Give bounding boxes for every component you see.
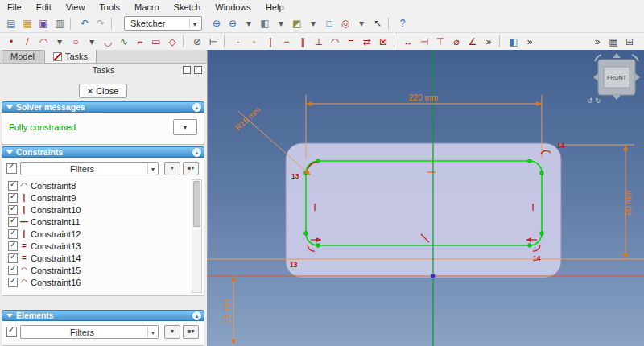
sketch-face[interactable] (286, 143, 561, 278)
toggle-grid-icon[interactable]: ▦ (605, 35, 621, 49)
create-circle-icon[interactable]: ○ (68, 35, 84, 49)
constraint-row[interactable]: | Constraint12 (5, 228, 190, 240)
menu-item[interactable]: File (0, 0, 29, 14)
create-rectangle-icon[interactable]: ▭ (148, 35, 164, 49)
elements-filter-dropdown[interactable]: Filters (20, 325, 159, 339)
solver-options-dropdown[interactable] (173, 119, 197, 135)
workbench-selector[interactable]: Sketcher (124, 16, 202, 31)
elements-options-button[interactable]: ■▾ (183, 325, 199, 339)
select-arrow-icon[interactable]: ↖ (369, 16, 386, 31)
trim-edge-icon[interactable]: ⊘ (189, 35, 205, 49)
dock-tab[interactable]: Model (2, 50, 43, 63)
constrain-horizontal-icon[interactable]: − (279, 35, 295, 49)
create-polyline-icon[interactable]: ⌐ (132, 35, 148, 49)
float-panel-icon[interactable] (183, 66, 191, 74)
dropdown-icon[interactable]: ▾ (84, 35, 100, 49)
constraint-row[interactable]: | Constraint10 (5, 204, 190, 216)
filter-checkbox[interactable] (6, 327, 17, 337)
collapse-section-icon[interactable] (192, 103, 201, 112)
create-bspline-icon[interactable]: ∿ (116, 35, 132, 49)
constrain-coincident-icon[interactable]: · (230, 35, 246, 49)
dropdown-icon[interactable]: ▾ (273, 16, 289, 31)
constrain-tangent-icon[interactable]: ◠ (327, 35, 343, 49)
dropdown-icon[interactable]: ▾ (52, 35, 68, 49)
constraint-checkbox[interactable] (8, 229, 18, 239)
dropdown-icon[interactable]: ▾ (305, 16, 321, 31)
vertex-point[interactable] (540, 232, 544, 236)
create-point-icon[interactable]: • (3, 35, 19, 49)
create-arc-icon[interactable]: ◠ (35, 35, 52, 49)
menu-item[interactable]: Tools (92, 0, 127, 14)
collapse-section-icon[interactable] (192, 311, 201, 320)
elements-header[interactable]: Elements (2, 310, 204, 321)
axonometric-view-icon[interactable]: ◩ (289, 16, 305, 31)
constrain-distance-x-icon[interactable]: ⊣ (416, 35, 432, 49)
undo-icon[interactable]: ↶ (76, 16, 93, 31)
elements-settings-button[interactable]: ▾ (164, 325, 180, 339)
toggle-construction-icon[interactable]: ◧ (506, 35, 522, 49)
dock-tab[interactable]: Tasks (44, 50, 97, 63)
redo-icon[interactable]: ↷ (93, 16, 109, 31)
constrain-angle-icon[interactable]: ∠ (464, 35, 481, 49)
3d-viewport[interactable]: 220 mm 90 mm R15 mm 15 mm (208, 50, 644, 346)
scrollbar-thumb[interactable] (193, 181, 200, 227)
dimension-radius[interactable]: R15 mm (233, 105, 311, 175)
measure-icon[interactable]: ◎ (337, 16, 353, 31)
dropdown-icon[interactable]: ▾ (241, 16, 257, 31)
fit-all-icon[interactable]: ⊕ (208, 16, 225, 31)
vertex-point[interactable] (540, 171, 544, 175)
overflow-chevron-icon[interactable]: » (522, 35, 538, 49)
whats-this-icon[interactable]: ? (394, 16, 411, 31)
new-document-icon[interactable]: ▤ (3, 16, 19, 31)
create-conic-icon[interactable]: ◡ (100, 35, 116, 49)
constraint-row[interactable]: | Constraint9 (5, 192, 190, 204)
draw-style-icon[interactable]: ◧ (257, 16, 273, 31)
create-polygon-icon[interactable]: ◇ (164, 35, 180, 49)
collapse-section-icon[interactable] (192, 148, 201, 157)
dimension-height[interactable]: 90 mm (559, 145, 634, 259)
constraint-row[interactable]: ◠ Constraint16 (5, 276, 190, 288)
constrain-block-icon[interactable]: ⊠ (375, 35, 391, 49)
menu-item[interactable]: Edit (29, 0, 59, 14)
constraint-checkbox[interactable] (8, 193, 18, 203)
toggle-snap-icon[interactable]: ⊞ (621, 35, 638, 49)
constraints-header[interactable]: Constraints (2, 146, 204, 158)
close-task-button[interactable]: Close (79, 84, 127, 98)
constrain-distance-icon[interactable]: ↔ (400, 35, 416, 49)
constraints-options-button[interactable]: ■▾ (183, 162, 199, 175)
overflow-chevron-icon[interactable]: » (589, 35, 605, 49)
filter-checkbox[interactable] (6, 163, 17, 174)
constraint-checkbox[interactable] (8, 217, 18, 227)
constraint-checkbox[interactable] (8, 241, 18, 251)
menu-item[interactable]: Help (258, 0, 291, 14)
rotate-cw-icon[interactable]: ↻ (595, 97, 601, 105)
navigation-cube[interactable]: FRONT ↺ ↻ (587, 53, 640, 105)
constrain-vertical-icon[interactable]: | (262, 35, 279, 49)
menu-item[interactable]: Windows (208, 0, 258, 14)
constraint-row[interactable]: — Constraint11 (5, 216, 190, 228)
constraint-checkbox[interactable] (8, 266, 18, 275)
constraint-row[interactable]: = Constraint13 (5, 240, 190, 252)
rotate-ccw-icon[interactable]: ↺ (587, 97, 593, 105)
extend-edge-icon[interactable]: ⊢ (205, 35, 221, 49)
open-document-icon[interactable]: ▦ (19, 16, 35, 31)
constraint-row[interactable]: ◠ Constraint8 (5, 179, 190, 192)
constraint-row[interactable]: ◠ Constraint15 (5, 264, 190, 276)
create-line-icon[interactable]: / (19, 35, 35, 49)
constrain-parallel-icon[interactable]: ∥ (295, 35, 311, 49)
overflow-chevron-icon[interactable]: » (481, 35, 497, 49)
close-panel-icon[interactable] (194, 66, 202, 74)
constrain-perpendicular-icon[interactable]: ⊥ (311, 35, 327, 49)
constraint-checkbox[interactable] (8, 205, 18, 215)
vertex-point[interactable] (304, 232, 308, 236)
constraints-scrollbar[interactable] (192, 179, 202, 293)
save-icon[interactable]: ▣ (35, 16, 52, 31)
vertex-point[interactable] (528, 159, 532, 163)
solver-messages-header[interactable]: Solver messages (2, 101, 204, 113)
view-front-icon[interactable]: □ (321, 16, 337, 31)
menu-item[interactable]: Sketch (167, 0, 208, 14)
dropdown-icon[interactable]: ▾ (353, 16, 369, 31)
constrain-radius-icon[interactable]: ⌀ (448, 35, 464, 49)
constrain-equal-icon[interactable]: = (343, 35, 359, 49)
vertex-point[interactable] (316, 244, 320, 248)
